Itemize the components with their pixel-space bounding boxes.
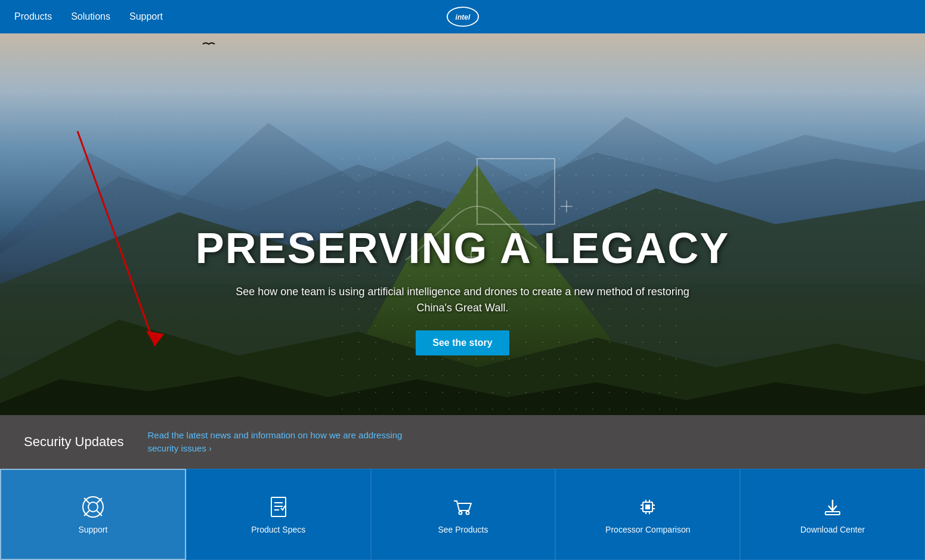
- download-center-icon: [821, 495, 844, 519]
- intel-logo[interactable]: intel: [445, 5, 481, 29]
- svg-point-29: [466, 511, 469, 514]
- bottom-nav: Support Product Specs See Products: [0, 469, 925, 560]
- bottom-nav-download-center-label: Download Center: [800, 525, 865, 534]
- svg-rect-31: [645, 505, 650, 509]
- nav-links: Products Solutions Support: [14, 11, 163, 22]
- annotation-arrow-svg: [48, 119, 179, 370]
- security-banner: Security Updates Read the latest news an…: [0, 415, 925, 469]
- bottom-nav-see-products-label: See Products: [438, 525, 488, 534]
- support-icon: [81, 495, 105, 519]
- hero-cta-button[interactable]: See the story: [416, 330, 509, 355]
- bottom-nav-support-label: Support: [78, 525, 107, 534]
- svg-point-28: [459, 511, 462, 514]
- svg-marker-17: [146, 331, 164, 346]
- hero-subtitle: See how one team is using artificial int…: [224, 284, 701, 316]
- bottom-nav-processor-comparison-label: Processor Comparison: [605, 525, 690, 534]
- product-specs-icon: [267, 495, 290, 519]
- bottom-nav-support[interactable]: Support: [0, 469, 186, 560]
- svg-rect-41: [825, 512, 840, 515]
- arrow-annotation: [48, 119, 179, 372]
- bottom-nav-product-specs-label: Product Specs: [251, 525, 305, 534]
- svg-point-19: [88, 502, 98, 512]
- security-banner-title: Security Updates: [24, 434, 124, 450]
- nav-link-products[interactable]: Products: [14, 11, 52, 22]
- intel-logo-svg: intel: [446, 5, 479, 28]
- bottom-nav-download-center[interactable]: Download Center: [740, 469, 925, 560]
- bottom-nav-product-specs[interactable]: Product Specs: [186, 469, 371, 560]
- nav-link-solutions[interactable]: Solutions: [71, 11, 110, 22]
- security-banner-link[interactable]: Read the latest news and information on …: [148, 429, 403, 456]
- navbar: Products Solutions Support intel: [0, 0, 925, 33]
- nav-link-support[interactable]: Support: [129, 11, 163, 22]
- svg-line-16: [78, 131, 155, 346]
- bottom-nav-processor-comparison[interactable]: Processor Comparison: [555, 469, 740, 560]
- svg-text:intel: intel: [455, 13, 471, 21]
- see-products-icon: [451, 495, 475, 519]
- bottom-nav-see-products[interactable]: See Products: [371, 469, 556, 560]
- processor-comparison-icon: [636, 495, 660, 519]
